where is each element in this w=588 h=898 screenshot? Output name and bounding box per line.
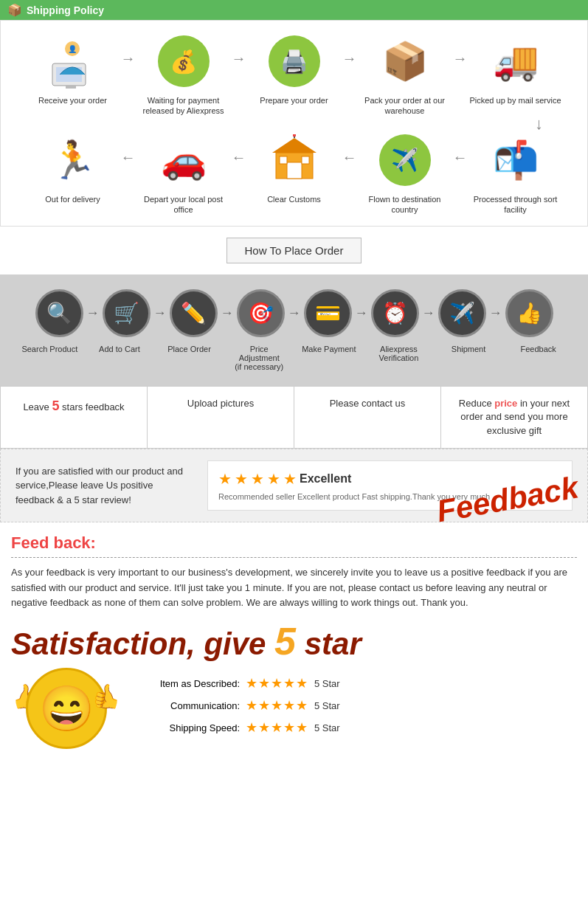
smiley-container: 👍 😄 👍 [11,668,122,749]
order-label-feedback: Feedback [509,345,568,371]
arrow1: → [121,50,136,67]
steps-row2: 🏃 Out for delivery ← 🚗 Depart your local… [8,131,580,215]
rating-comm-stars: ★★★★★ [246,697,308,714]
fb-item-reduce: Reduce price in your next order and send… [441,387,587,448]
how-to-order-section: How To Place Order [0,227,588,274]
sortfacility-icon: 📬 [486,131,545,190]
order-arrow5: → [355,305,368,321]
step-receive-label: Receive your order [38,95,107,106]
ratings-table: Item as Described: ★★★★★ 5 Star Communic… [136,675,340,742]
star5: ★ [283,470,297,488]
svg-text:👤: 👤 [68,44,77,54]
prepare-icon: 🖨️ [265,32,324,91]
order-arrow4: → [288,305,301,321]
star3: ★ [251,470,264,488]
flown-icon: ✈️ [376,131,435,190]
feedbacksection-title: Feed back: [11,533,577,553]
fb-item-pictures: Upload pictures [148,387,294,448]
feedback-left-text: If you are satisfied with our product an… [15,464,193,508]
thumbs-right-icon: 👍 [90,680,124,713]
step-postoffice: 🚗 Depart your local post office [136,131,232,215]
svg-rect-11 [293,134,296,137]
adjustment-icon: 🎯 [248,301,274,325]
arrow4: → [453,50,468,67]
step-pack: 📦 Pack your order at our warehouse [357,32,453,117]
satisfaction-title: Satisfaction, give 5 star [11,622,577,660]
step-customs-label: Clear Customs [267,194,321,204]
shipping-header: 📦 Shipping Policy [0,0,588,20]
step-outdelivery-label: Out for delivery [45,194,100,204]
order-label-placeorder: Place Order [160,345,219,371]
rating-comm-label: Communication: [136,700,240,711]
edit-icon: ✏️ [181,301,207,325]
rating-row-shipping: Shipping Speed: ★★★★★ 5 Star [136,719,340,736]
order-label-payment: Make Payment [300,345,359,371]
order-step-search-icon: 🔍 [35,289,83,337]
order-steps-labels: Search Product Add to Cart Place Order P… [11,345,577,371]
order-arrow6: → [422,305,435,321]
svg-rect-8 [280,156,287,164]
search-icon: 🔍 [46,301,72,325]
arrow6: ← [232,149,246,166]
dashed-divider [11,557,577,558]
satisfaction-section: Satisfaction, give 5 star 👍 😄 👍 Item as … [0,615,588,760]
postoffice-icon: 🚗 [154,131,213,190]
star-number: 5 [52,398,59,413]
pack-icon: 📦 [376,32,435,91]
rating-shipping-value: 5 Star [314,722,340,733]
order-step-payment-icon: 💳 [304,289,352,337]
arrow5: ← [121,149,136,166]
order-step-feedback-icon: 👍 [505,289,553,337]
cart-icon: 🛒 [114,301,139,325]
pickup-icon: 🚚 [486,32,545,91]
order-step-shipment-icon: ✈️ [438,289,486,337]
feedback-benefits: Leave 5 stars feedback Upload pictures P… [0,386,588,449]
feedback-text-section: Feed back: As your feedback is very impo… [0,522,588,615]
step-payment: 💰 Waiting for payment released by Aliexp… [136,32,232,117]
shipping-title: Shipping Policy [27,4,104,16]
plane-icon: ✈️ [449,301,475,325]
feedback-card: ★ ★ ★ ★ ★ Excellent Recommended seller E… [207,460,573,511]
satisfaction-part2: star [296,626,362,661]
thumbsup-icon: 👍 [516,301,542,325]
satisfaction-number: 5 [274,620,296,663]
order-arrow1: → [86,305,100,321]
order-steps-icons: 🔍 → 🛒 → ✏️ → 🎯 → 💳 → ⏰ → ✈️ → 👍 [11,289,577,337]
svg-rect-2 [66,86,76,89]
step-sortfacility-label: Processed through sort facility [468,194,564,215]
steps-row1: 👤 Receive your order → 💰 Waiting for pay… [8,32,580,117]
connector-down: ↓ [8,120,580,128]
order-step-cart-icon: 🛒 [103,289,151,337]
order-arrow7: → [489,305,502,321]
order-arrow2: → [153,305,167,321]
star1: ★ [218,470,232,488]
step-payment-label: Waiting for payment released by Aliexpre… [136,95,232,117]
step-pack-label: Pack your order at our warehouse [357,95,453,117]
step-receive: 👤 Receive your order [25,32,121,106]
rating-comm-value: 5 Star [314,700,340,711]
price-bold: price [494,398,517,409]
svg-rect-7 [287,162,302,179]
satisfaction-bottom: 👍 😄 👍 Item as Described: ★★★★★ 5 Star Co… [11,660,577,760]
arrow8: ← [453,149,468,166]
step-flown-label: Flown to destination country [357,194,453,215]
svg-marker-6 [272,138,317,153]
step-sortfacility: 📬 Processed through sort facility [468,131,564,215]
clock-icon: ⏰ [382,301,408,325]
step-customs: Clear Customs [246,131,342,204]
order-step-placeorder-icon: ✏️ [170,289,218,337]
satisfaction-part1: Satisfaction, give [11,626,274,661]
feedback-paragraph: As your feedback is very important to ou… [11,565,577,611]
rating-row-communication: Communication: ★★★★★ 5 Star [136,697,340,714]
order-step-verification-icon: ⏰ [371,289,419,337]
rating-row-described: Item as Described: ★★★★★ 5 Star [136,675,340,691]
excellent-label: Excellent [300,472,351,486]
rating-shipping-label: Shipping Speed: [136,722,240,733]
step-prepare: 🖨️ Prepare your order [246,32,342,106]
shipping-icon: 📦 [7,3,22,17]
outdelivery-icon: 🏃 [44,131,103,190]
how-to-order-button[interactable]: How To Place Order [226,238,362,263]
rating-shipping-stars: ★★★★★ [246,719,308,736]
fb-item-contact: Please contact us [294,387,441,448]
star4: ★ [267,470,280,488]
